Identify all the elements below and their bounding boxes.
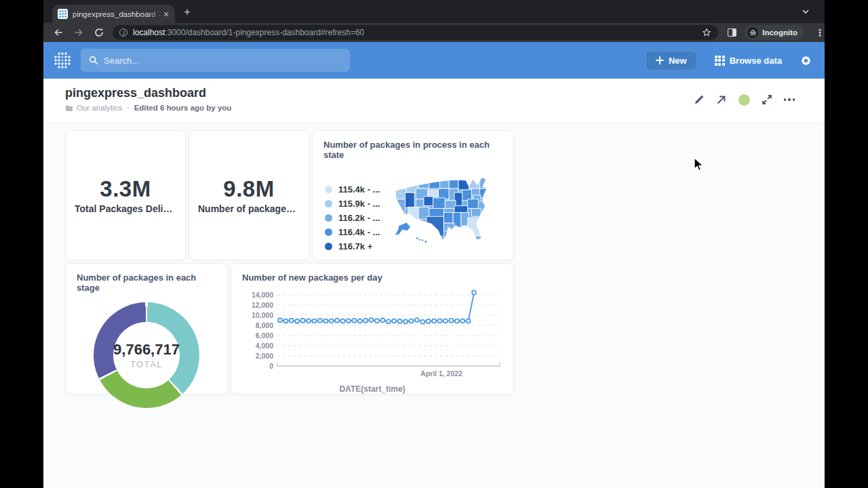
scalar-value: 9.8M: [223, 176, 274, 202]
app-header: New Browse data: [43, 42, 825, 79]
legend-label: 116.7k +: [338, 241, 372, 251]
dashboard-actions: [694, 94, 795, 106]
legend-row: 116.4k - ...: [325, 227, 380, 237]
legend-row: 115.4k - ...: [325, 184, 380, 195]
edit-pencil-icon[interactable]: [694, 94, 705, 105]
donut-total-value: 9,766,717: [113, 341, 180, 359]
svg-text:April 1, 2022: April 1, 2022: [420, 369, 462, 378]
search-icon: [89, 56, 98, 65]
site-info-icon[interactable]: i: [119, 28, 127, 37]
bookmark-star-icon[interactable]: [702, 28, 711, 37]
hawaii-shape: [416, 237, 427, 243]
browser-toolbar: i localhost:3000/dashboard/1-pingexpress…: [43, 23, 825, 42]
map-legend: 115.4k - ...115.9k - ...116.2k - ...116.…: [325, 184, 380, 256]
line-chart[interactable]: 02,0004,0006,0008,00010,00012,00014,000A…: [242, 285, 504, 380]
metabase-favicon: [58, 9, 68, 19]
x-axis-title: DATE(start_time): [242, 384, 502, 394]
svg-text:6,000: 6,000: [256, 331, 273, 340]
donut-center: 9,766,717 TOTAL: [113, 322, 180, 388]
more-options-icon[interactable]: [784, 98, 795, 101]
browse-data-button[interactable]: Browse data: [715, 56, 782, 66]
url-text: localhost:3000/dashboard/1-pingexpress-d…: [133, 28, 364, 37]
legend-dot-icon: [325, 243, 332, 250]
card-packages-stage[interactable]: Number of packages in each stage 9,766,7…: [65, 263, 228, 394]
scalar-value: 3.3M: [100, 176, 151, 202]
plus-icon: [656, 56, 664, 64]
legend-row: 116.7k +: [325, 241, 380, 251]
svg-text:0: 0: [269, 362, 273, 370]
legend-label: 115.4k - ...: [338, 184, 380, 195]
edited-info: Edited 6 hours ago by you: [134, 104, 232, 112]
meta-separator: •: [127, 104, 130, 112]
dashboard-header: pingexpress_dashboard Our analytics • Ed…: [43, 79, 825, 123]
card-title: Number of packages in process in each st…: [323, 140, 502, 160]
legend-label: 116.2k - ...: [338, 213, 380, 223]
us-choropleth-map[interactable]: [389, 171, 502, 248]
new-tab-icon[interactable]: +: [184, 5, 191, 19]
settings-gear-icon[interactable]: [800, 54, 812, 67]
legend-row: 115.9k - ...: [325, 199, 380, 209]
collection-link[interactable]: Our analytics: [65, 104, 122, 112]
browser-menu-icon[interactable]: ⋮: [815, 27, 825, 38]
auto-refresh-timer-icon[interactable]: [738, 94, 750, 106]
legend-dot-icon: [325, 214, 332, 222]
chevron-down-icon[interactable]: [802, 7, 810, 16]
donut-total-label: TOTAL: [130, 359, 163, 369]
tab-close-icon[interactable]: ×: [163, 9, 169, 19]
legend-dot-icon: [325, 200, 332, 207]
svg-text:10,000: 10,000: [252, 311, 273, 319]
scalar-label: Number of packages on ...: [191, 203, 307, 214]
card-title: Number of new packages per day: [242, 272, 502, 283]
address-bar[interactable]: i localhost:3000/dashboard/1-pingexpress…: [113, 25, 718, 40]
svg-text:14,000: 14,000: [252, 291, 273, 299]
legend-dot-icon: [325, 228, 332, 236]
folder-icon: [65, 104, 73, 112]
svg-text:12,000: 12,000: [252, 301, 273, 309]
incognito-label: Incognito: [762, 28, 797, 37]
card-state-map[interactable]: Number of packages in process in each st…: [312, 130, 514, 260]
donut-chart[interactable]: 9,766,717 TOTAL: [94, 302, 199, 408]
grid-icon: [715, 56, 725, 66]
svg-text:4,000: 4,000: [256, 342, 273, 350]
svg-text:2,000: 2,000: [256, 352, 273, 360]
card-total-delivered[interactable]: 3.3M Total Packages Delivered: [65, 130, 186, 260]
page-title: pingexpress_dashboard: [65, 86, 206, 100]
card-title: Number of packages in each stage: [77, 272, 216, 293]
card-packages-on-way[interactable]: 9.8M Number of packages on ...: [189, 130, 309, 260]
fullscreen-icon[interactable]: [762, 94, 772, 105]
share-arrow-icon[interactable]: [716, 94, 727, 105]
legend-dot-icon: [325, 186, 332, 193]
scalar-label: Total Packages Delivered: [68, 203, 183, 214]
tab-strip: pingexpress_dashboard - Dash × +: [43, 0, 825, 23]
reload-icon[interactable]: [94, 27, 104, 38]
dashboard-page: pingexpress_dashboard Our analytics • Ed…: [43, 79, 825, 488]
incognito-icon: [747, 27, 758, 38]
dashboard-meta: Our analytics • Edited 6 hours ago by yo…: [65, 104, 231, 112]
card-new-packages-per-day[interactable]: Number of new packages per day 02,0004,0…: [231, 263, 514, 394]
back-icon[interactable]: [53, 27, 64, 38]
metabase-logo[interactable]: [54, 52, 71, 69]
incognito-badge: Incognito: [745, 25, 804, 40]
forward-icon[interactable]: [73, 27, 84, 38]
alaska-shape: [395, 222, 411, 236]
browser-tab[interactable]: pingexpress_dashboard - Dash ×: [52, 5, 175, 23]
side-panel-icon[interactable]: [728, 28, 737, 37]
tab-title: pingexpress_dashboard - Dash: [73, 10, 162, 18]
search-input[interactable]: [104, 56, 321, 66]
new-button[interactable]: New: [646, 51, 697, 70]
legend-label: 115.9k - ...: [338, 199, 380, 209]
search-box[interactable]: [81, 49, 350, 72]
browser-window: pingexpress_dashboard - Dash × + i local…: [43, 0, 825, 488]
legend-row: 116.2k - ...: [325, 213, 380, 223]
legend-label: 116.4k - ...: [338, 227, 380, 237]
svg-text:8,000: 8,000: [256, 321, 273, 329]
